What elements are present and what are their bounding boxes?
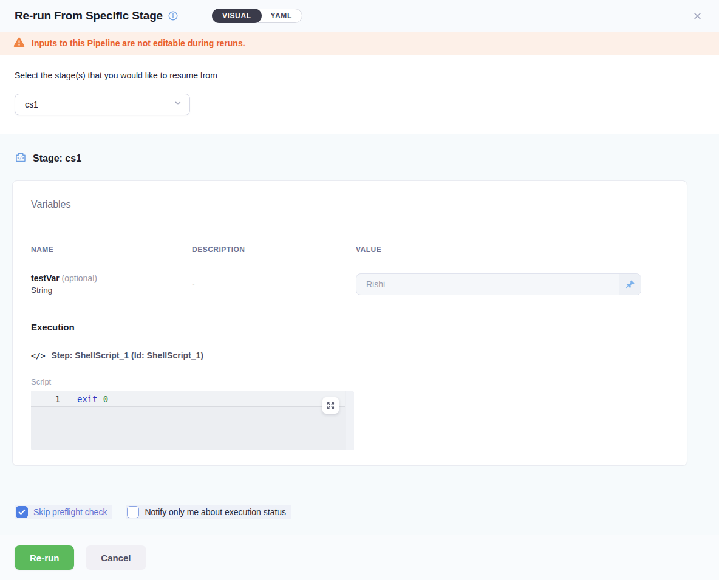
- close-icon[interactable]: [690, 9, 704, 23]
- warning-message: Inputs to this Pipeline are not editable…: [32, 38, 245, 48]
- variable-value-group: [356, 273, 641, 295]
- stage-icon: </>: [15, 151, 27, 166]
- step-label: Step: ShellScript_1 (Id: ShellScript_1): [51, 350, 203, 360]
- rerun-button[interactable]: Re-run: [15, 545, 74, 570]
- expand-icon[interactable]: [322, 397, 339, 414]
- variables-heading: Variables: [31, 199, 669, 210]
- code-keyword: exit: [77, 394, 98, 404]
- stage-select-dropdown[interactable]: cs1: [15, 94, 190, 115]
- variable-value-input[interactable]: [356, 274, 619, 295]
- skip-preflight-option[interactable]: Skip preflight check: [15, 505, 112, 519]
- stage-select-value: cs1: [25, 100, 38, 109]
- variable-type: String: [31, 285, 192, 295]
- page-title: Re-run From Specific Stage: [15, 9, 163, 22]
- stage-select-section: Select the stage(s) that you would like …: [0, 55, 719, 134]
- code-argument: 0: [103, 394, 108, 404]
- script-label: Script: [31, 377, 669, 386]
- stage-title: Stage: cs1: [33, 153, 81, 164]
- footer-actions: Re-run Cancel: [0, 535, 719, 580]
- code-icon: </>: [31, 351, 45, 360]
- warning-banner: Inputs to this Pipeline are not editable…: [0, 32, 719, 55]
- step-header-row: </> Step: ShellScript_1 (Id: ShellScript…: [31, 350, 669, 360]
- code-line: 1 exit0: [31, 391, 345, 407]
- skip-preflight-label: Skip preflight check: [33, 507, 107, 517]
- column-header-name: NAME: [31, 245, 192, 254]
- execution-heading: Execution: [31, 322, 669, 332]
- visual-yaml-toggle: VISUAL YAML: [212, 9, 302, 23]
- pin-icon[interactable]: [619, 274, 641, 295]
- notify-me-checkbox[interactable]: [127, 506, 139, 518]
- stage-inputs-card: Variables NAME DESCRIPTION VALUE testVar…: [12, 180, 687, 466]
- chevron-down-icon: [174, 99, 182, 110]
- line-number: 1: [31, 394, 60, 404]
- svg-text:</>: </>: [17, 156, 24, 160]
- table-row: testVar (optional) String -: [31, 273, 669, 295]
- editor-scrollbar[interactable]: [346, 391, 354, 450]
- variables-table-header: NAME DESCRIPTION VALUE: [31, 245, 669, 254]
- column-header-description: DESCRIPTION: [192, 245, 356, 254]
- script-editor[interactable]: 1 exit0: [31, 391, 354, 450]
- variable-name-cell: testVar (optional) String: [31, 273, 192, 295]
- stage-detail-section: </> Stage: cs1 Variables NAME DESCRIPTIO…: [0, 134, 719, 466]
- column-header-value: VALUE: [356, 245, 641, 254]
- notify-me-label: Notify only me about execution status: [145, 507, 286, 517]
- cancel-button[interactable]: Cancel: [86, 545, 146, 570]
- skip-preflight-checkbox[interactable]: [16, 506, 28, 518]
- variable-optional-tag: (optional): [62, 273, 97, 283]
- run-options-row: Skip preflight check Notify only me abou…: [0, 466, 719, 535]
- toggle-visual[interactable]: VISUAL: [212, 9, 262, 23]
- toggle-yaml[interactable]: YAML: [261, 9, 302, 23]
- stage-header-row: </> Stage: cs1: [12, 151, 687, 180]
- modal-header: Re-run From Specific Stage VISUAL YAML: [0, 0, 719, 32]
- info-icon[interactable]: [168, 11, 178, 21]
- variable-name: testVar: [31, 273, 60, 283]
- stage-select-label: Select the stage(s) that you would like …: [15, 70, 704, 80]
- variable-description: -: [192, 273, 356, 289]
- notify-me-option[interactable]: Notify only me about execution status: [126, 505, 291, 519]
- warning-icon: [13, 37, 25, 50]
